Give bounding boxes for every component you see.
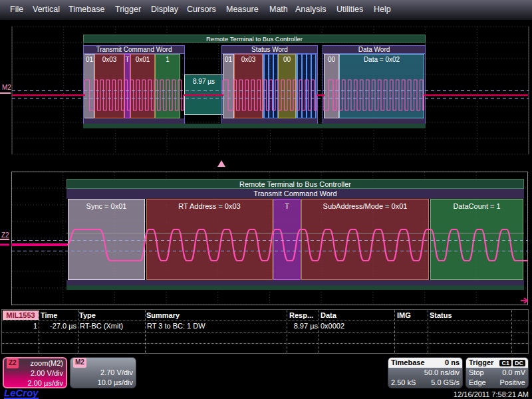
menu-cursors[interactable]: Cursors bbox=[187, 0, 216, 20]
timebase-rate: 5.0 GS/s bbox=[431, 378, 460, 388]
zoom-subaddr-field: SubAddress/Mode = 0x01 bbox=[301, 199, 429, 280]
m2-badge: M2 bbox=[73, 358, 86, 368]
col-status: Status bbox=[430, 311, 452, 319]
menu-measure[interactable]: Measure bbox=[226, 0, 259, 20]
col-time: Time bbox=[41, 311, 57, 319]
menu-math[interactable]: Math bbox=[269, 0, 288, 20]
cmd-tr-field: T bbox=[124, 54, 130, 118]
timebase-descriptor[interactable]: Timebase 0 ns 50.0 ns/div 2.50 kS 5.0 GS… bbox=[388, 357, 463, 388]
data-word-title: Data Word bbox=[323, 45, 426, 54]
zoom-bus-footer bbox=[66, 285, 524, 290]
zoom-word-footer bbox=[66, 280, 524, 285]
datetime-stamp: 12/16/2011 7:58:21 AM bbox=[454, 390, 529, 398]
menu-trigger[interactable]: Trigger bbox=[115, 0, 141, 20]
col-data: Data bbox=[321, 311, 336, 319]
z2-vdiv: 2.00 V/div bbox=[31, 368, 63, 378]
zoom-bus-header: Remote Terminal to Bus Controller bbox=[66, 179, 524, 189]
row-time: -27.0 µs bbox=[41, 322, 76, 330]
menu-vertical[interactable]: Vertical bbox=[33, 0, 60, 20]
trigger-mode: Stop bbox=[469, 368, 484, 378]
col-summary: Summary bbox=[146, 311, 180, 319]
col-resp: Resp... bbox=[289, 311, 313, 319]
cmd-sync-field: 01 bbox=[84, 54, 94, 118]
status-word-title: Status Word bbox=[221, 45, 318, 54]
lecroy-logo: LeCroy bbox=[4, 388, 39, 399]
zoom-tr-field: T bbox=[273, 199, 301, 280]
col-img: IMG bbox=[397, 311, 411, 319]
cmd-subaddr-field: 0x01 bbox=[130, 54, 155, 118]
data-word-footer bbox=[323, 118, 425, 124]
row-resp: 8.97 µs bbox=[283, 322, 318, 330]
z2-badge: Z2 bbox=[7, 358, 19, 368]
status-word-footer bbox=[222, 118, 317, 124]
decode-result-table[interactable]: MIL1553 Time Type Summary Resp... Data I… bbox=[1, 309, 529, 354]
zoom-sync-field: Sync = 0x01 bbox=[68, 199, 145, 280]
status-bits-field-1 bbox=[263, 54, 278, 118]
timebase-tdiv: 50.0 ns/div bbox=[424, 368, 460, 378]
timebase-offset: 0 ns bbox=[445, 358, 460, 368]
col-type: Type bbox=[79, 311, 96, 319]
trigger-level: 0.0 mV bbox=[502, 368, 525, 378]
table-divider bbox=[2, 332, 528, 332]
menu-utilities[interactable]: Utilities bbox=[336, 0, 363, 20]
table-divider bbox=[2, 321, 528, 321]
trigger-kind: Edge bbox=[469, 378, 486, 388]
zoom-count-field: DataCount = 1 bbox=[430, 199, 523, 280]
status-bits-field-2 bbox=[296, 54, 317, 118]
m2-vdiv: 2.70 V/div bbox=[100, 368, 133, 378]
cmd-count-field: 1 bbox=[155, 54, 180, 118]
row-data: 0x0002 bbox=[321, 322, 344, 330]
status-sync-field: 01 bbox=[223, 54, 234, 118]
trigger-slope: Positive bbox=[499, 378, 525, 388]
menu-timebase[interactable]: Timebase bbox=[68, 0, 104, 20]
timebase-samples: 2.50 kS bbox=[391, 378, 416, 388]
cmd-rtaddr-field: 0x03 bbox=[94, 54, 124, 118]
z2-source: zoom(M2) bbox=[30, 358, 63, 368]
status-flags-field: 00 bbox=[278, 54, 296, 118]
trigger-source-badge: C1 bbox=[499, 360, 511, 366]
zoom-word-header: Transmit Command Word bbox=[66, 189, 524, 199]
menu-file[interactable]: File bbox=[10, 0, 23, 20]
z2-descriptor[interactable]: Z2 zoom(M2) 2.00 V/div 2.00 µs/div bbox=[3, 357, 67, 388]
timebase-title: Timebase bbox=[391, 358, 425, 368]
row-index: 1 bbox=[21, 322, 37, 330]
cmd-word-footer bbox=[84, 118, 184, 124]
menu-analysis[interactable]: Analysis bbox=[295, 0, 327, 20]
zoom-rtaddr-field: RT Address = 0x03 bbox=[146, 199, 273, 280]
row-type: RT-BC (Xmit) bbox=[80, 322, 123, 330]
trigger-coupling-badge: DC bbox=[513, 360, 525, 366]
m2-tdiv: 10.0 µs/div bbox=[98, 378, 133, 388]
protocol-badge: MIL1553 bbox=[3, 311, 39, 320]
cmd-word-title: Transmit Command Word bbox=[83, 45, 185, 54]
trigger-title: Trigger bbox=[469, 358, 493, 368]
trigger-descriptor[interactable]: Trigger C1DC Stop 0.0 mV Edge Positive bbox=[466, 357, 529, 388]
z2-trace-label: Z2 bbox=[1, 231, 9, 239]
row-summary: RT 3 to BC: 1 DW bbox=[147, 322, 205, 330]
bus-transfer-header: Remote Terminal to Bus Controller bbox=[83, 35, 426, 43]
menu-bar: File Vertical Timebase Trigger Display C… bbox=[0, 0, 532, 21]
status-rtaddr-field: 0x03 bbox=[234, 54, 263, 118]
data-value-field: Data = 0x02 bbox=[339, 54, 424, 118]
menu-help[interactable]: Help bbox=[374, 0, 391, 20]
m2-trace-label: M2 bbox=[2, 84, 11, 91]
bus-footer-strip bbox=[83, 124, 426, 128]
m2-descriptor[interactable]: M2 2.70 V/div 10.0 µs/div bbox=[70, 357, 136, 388]
response-time-box: 8.97 µs bbox=[184, 74, 223, 115]
menu-display[interactable]: Display bbox=[151, 0, 178, 20]
data-sync-field: 00 bbox=[324, 54, 339, 118]
table-divider bbox=[2, 343, 528, 344]
